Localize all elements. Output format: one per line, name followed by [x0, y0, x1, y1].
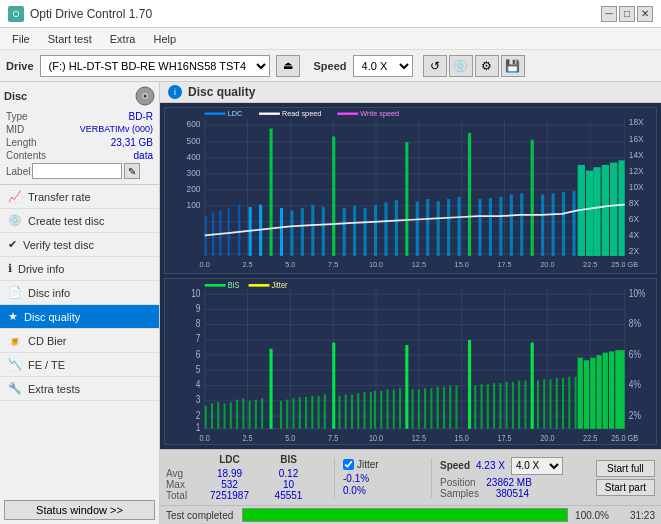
- svg-text:1: 1: [196, 423, 201, 434]
- app-icon: O: [8, 6, 24, 22]
- svg-text:20.0: 20.0: [540, 434, 555, 444]
- start-full-button[interactable]: Start full: [596, 460, 655, 477]
- settings-button[interactable]: ⚙: [475, 55, 499, 77]
- svg-text:15.0: 15.0: [455, 434, 470, 444]
- svg-text:20.0: 20.0: [540, 260, 554, 269]
- svg-text:5.0: 5.0: [285, 260, 295, 269]
- svg-text:3: 3: [196, 395, 201, 406]
- svg-text:16X: 16X: [629, 134, 644, 144]
- sidebar-item-disc-quality[interactable]: ★ Disc quality: [0, 305, 159, 329]
- drive-select[interactable]: (F:) HL-DT-ST BD-RE WH16NS58 TST4: [40, 55, 270, 77]
- sidebar-item-transfer-rate[interactable]: 📈 Transfer rate: [0, 185, 159, 209]
- refresh-button[interactable]: ↺: [423, 55, 447, 77]
- disc-quality-icon-header: i: [168, 85, 182, 99]
- disc-mid-row: MID VERBATIMv (000): [4, 123, 155, 136]
- jitter-checkbox-label[interactable]: Jitter: [343, 459, 423, 470]
- menubar: File Start test Extra Help: [0, 28, 661, 50]
- svg-rect-204: [549, 379, 551, 429]
- svg-rect-210: [584, 360, 589, 429]
- label-input[interactable]: [32, 163, 122, 179]
- svg-text:9: 9: [196, 303, 201, 314]
- minimize-button[interactable]: ─: [601, 6, 617, 22]
- speed-select[interactable]: 4.0 X: [353, 55, 413, 77]
- svg-rect-162: [280, 401, 282, 429]
- jitter-checkbox[interactable]: [343, 459, 354, 470]
- position-row: Position 23862 MB: [440, 477, 588, 488]
- svg-rect-94: [586, 171, 593, 256]
- sidebar-item-fe-te[interactable]: 📉 FE / TE: [0, 353, 159, 377]
- menu-help[interactable]: Help: [145, 31, 184, 47]
- sidebar-item-cd-bier[interactable]: 🍺 CD Bier: [0, 329, 159, 353]
- svg-text:8: 8: [196, 318, 201, 329]
- svg-rect-175: [531, 342, 534, 428]
- svg-point-2: [144, 95, 147, 98]
- svg-rect-64: [280, 208, 283, 256]
- menu-file[interactable]: File: [4, 31, 38, 47]
- svg-text:22.5: 22.5: [583, 434, 598, 444]
- sidebar-item-disc-info[interactable]: 📄 Disc info: [0, 281, 159, 305]
- svg-text:6%: 6%: [629, 349, 641, 360]
- bottom-chart: 10 9 8 7 6 5 4 3 2 1 10% 8% 6% 4% 2%: [164, 278, 657, 445]
- svg-text:2.5: 2.5: [242, 434, 253, 444]
- app-title: Opti Drive Control 1.70: [30, 7, 152, 21]
- svg-text:25.0 GB: 25.0 GB: [611, 434, 638, 444]
- menu-start-test[interactable]: Start test: [40, 31, 100, 47]
- sidebar-item-verify-test-disc[interactable]: ✔ Verify test disc: [0, 233, 159, 257]
- disc-button[interactable]: 💿: [449, 55, 473, 77]
- svg-rect-76: [405, 142, 408, 256]
- svg-rect-192: [455, 386, 457, 429]
- avg-row: Avg 18.99 0.12: [166, 468, 326, 479]
- svg-rect-160: [255, 400, 257, 429]
- maximize-button[interactable]: □: [619, 6, 635, 22]
- svg-text:6X: 6X: [629, 213, 639, 223]
- menu-extra[interactable]: Extra: [102, 31, 144, 47]
- stats-headers: LDC BIS: [166, 454, 326, 468]
- svg-rect-63: [269, 128, 272, 255]
- svg-rect-60: [238, 205, 240, 256]
- speed-display: 4.23 X: [476, 460, 505, 471]
- svg-rect-199: [512, 382, 514, 429]
- svg-rect-156: [236, 400, 238, 429]
- sidebar-label-disc-quality: Disc quality: [24, 311, 80, 323]
- svg-text:8X: 8X: [629, 198, 639, 208]
- svg-rect-174: [468, 340, 471, 429]
- disc-quality-header: i Disc quality: [160, 82, 661, 103]
- svg-text:7.5: 7.5: [328, 260, 338, 269]
- svg-rect-178: [363, 392, 365, 429]
- disc-quality-icon: ★: [8, 310, 18, 323]
- svg-rect-196: [493, 383, 495, 429]
- svg-rect-169: [318, 396, 320, 429]
- svg-rect-206: [562, 378, 564, 429]
- svg-rect-91: [562, 192, 565, 256]
- speed-select-small[interactable]: 4.0 X: [511, 457, 563, 475]
- save-button[interactable]: 💾: [501, 55, 525, 77]
- svg-text:25.0 GB: 25.0 GB: [611, 260, 638, 269]
- sidebar-item-extra-tests[interactable]: 🔧 Extra tests: [0, 377, 159, 401]
- sidebar-item-drive-info[interactable]: ℹ Drive info: [0, 257, 159, 281]
- eject-button[interactable]: ⏏: [276, 55, 300, 77]
- svg-rect-96: [602, 165, 609, 256]
- svg-rect-184: [399, 388, 401, 429]
- svg-text:0.0: 0.0: [200, 434, 211, 444]
- close-button[interactable]: ✕: [637, 6, 653, 22]
- status-window-button[interactable]: Status window >>: [4, 500, 155, 520]
- svg-text:2X: 2X: [629, 245, 639, 255]
- svg-text:7.5: 7.5: [328, 434, 339, 444]
- start-part-button[interactable]: Start part: [596, 479, 655, 496]
- svg-rect-54: [337, 113, 358, 115]
- max-bis: 10: [261, 479, 316, 490]
- svg-rect-189: [437, 387, 439, 429]
- titlebar: O Opti Drive Control 1.70 ─ □ ✕: [0, 0, 661, 28]
- svg-rect-188: [430, 388, 432, 429]
- svg-rect-155: [230, 402, 232, 429]
- svg-text:2%: 2%: [629, 410, 641, 421]
- label-edit-button[interactable]: ✎: [124, 163, 140, 179]
- svg-text:Write speed: Write speed: [360, 109, 399, 118]
- sidebar-item-create-test-disc[interactable]: 💿 Create test disc: [0, 209, 159, 233]
- progress-bar-outer: [242, 508, 568, 522]
- svg-text:10%: 10%: [629, 288, 646, 299]
- max-label: Max: [166, 479, 198, 490]
- svg-rect-183: [393, 389, 395, 428]
- svg-rect-153: [217, 402, 219, 429]
- svg-rect-177: [357, 393, 359, 429]
